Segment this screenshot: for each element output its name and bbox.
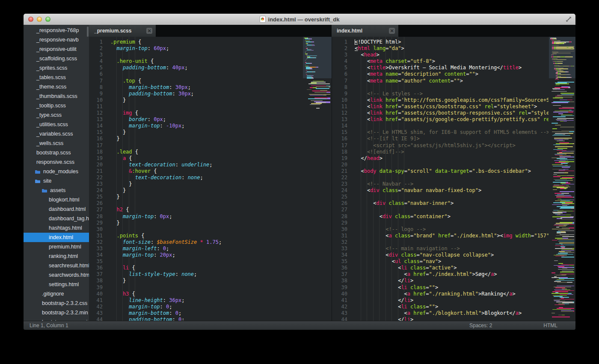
code-line[interactable]: &:hover { bbox=[110, 168, 302, 175]
code-line[interactable] bbox=[110, 284, 302, 291]
code-line[interactable]: <meta name="author" content=""> bbox=[355, 78, 549, 84]
code-line[interactable] bbox=[110, 200, 302, 207]
sidebar-item[interactable]: _type.scss bbox=[24, 110, 89, 120]
minimize-window-button[interactable] bbox=[37, 17, 42, 22]
code-line[interactable]: } bbox=[110, 194, 302, 200]
code-line[interactable]: <a class="brand" href="./index.html"><im… bbox=[355, 233, 549, 239]
code-line[interactable]: <div class="navbar-inner"> bbox=[355, 200, 549, 207]
code-line[interactable]: margin-top: 0px; bbox=[110, 213, 302, 220]
sidebar-item[interactable]: _theme.scss bbox=[24, 82, 89, 92]
sidebar-item[interactable]: dashboard.html bbox=[24, 204, 89, 214]
code-line[interactable]: <li class=""> bbox=[355, 304, 549, 310]
code-line[interactable]: <li class="active"> bbox=[355, 265, 549, 271]
zoom-window-button[interactable] bbox=[45, 17, 50, 22]
code-line[interactable] bbox=[110, 71, 302, 77]
code-line[interactable]: li { bbox=[110, 265, 302, 271]
code-line[interactable]: <a href="./index.html">Søg</a> bbox=[355, 271, 549, 278]
sidebar-item[interactable]: _variables.scss bbox=[24, 129, 89, 139]
code-line[interactable]: .top { bbox=[110, 78, 302, 84]
code-line[interactable] bbox=[110, 142, 302, 149]
code-line[interactable]: <!-- logo --> bbox=[355, 226, 549, 233]
code-line[interactable]: <div class="container"> bbox=[355, 213, 549, 220]
sidebar-item[interactable]: hashtags.html bbox=[24, 223, 89, 233]
code-line[interactable]: <link href='http://fonts.googleapis.com/… bbox=[355, 97, 549, 104]
sidebar-item[interactable]: searchwords.html bbox=[24, 270, 89, 280]
code-line[interactable]: <head> bbox=[355, 52, 549, 58]
code-line[interactable]: margin-bottom: 30px; bbox=[110, 84, 302, 91]
code-line[interactable]: <script src="assets/js/html5shiv.js"></s… bbox=[355, 142, 549, 149]
code-line[interactable]: <div class="navbar navbar-fixed-top"> bbox=[355, 187, 549, 194]
code-line[interactable] bbox=[355, 162, 549, 168]
code-line[interactable]: h3 { bbox=[110, 291, 302, 297]
code-line[interactable]: .lead { bbox=[110, 149, 302, 155]
code-line[interactable]: .points { bbox=[110, 233, 302, 239]
sidebar-item[interactable]: _sprites.scss bbox=[24, 63, 89, 73]
code-line[interactable]: <html lang="da"> bbox=[355, 45, 549, 52]
code-line[interactable]: <a href="./ranking.html">Ranking</a> bbox=[355, 291, 549, 297]
tab-premium-scss[interactable]: _premium.scss ✕ bbox=[89, 25, 156, 37]
code-line[interactable] bbox=[110, 226, 302, 233]
sidebar-item[interactable]: responsive.scss bbox=[24, 157, 89, 167]
sidebar-item[interactable]: _responsive-navb bbox=[24, 35, 89, 44]
sidebar-item[interactable]: site bbox=[24, 176, 89, 186]
sidebar-item[interactable]: bootstrap_responsiv bbox=[24, 317, 89, 321]
code-line[interactable]: <meta name="description" content=""> bbox=[355, 71, 549, 77]
code-line[interactable]: <![endif]--> bbox=[355, 149, 549, 155]
sidebar-item[interactable]: _thumbnails.scss bbox=[24, 92, 89, 101]
code-line[interactable]: } bbox=[110, 129, 302, 136]
code-line[interactable] bbox=[355, 220, 549, 226]
code-line[interactable]: </li> bbox=[355, 297, 549, 304]
code-line[interactable] bbox=[355, 194, 549, 200]
code-line[interactable]: </head> bbox=[355, 155, 549, 162]
code-line[interactable]: text-decoration: underline; bbox=[110, 162, 302, 168]
code-line[interactable]: .hero-unit { bbox=[110, 58, 302, 65]
code-line[interactable]: </li> bbox=[355, 317, 549, 321]
sidebar-item[interactable]: _tables.scss bbox=[24, 73, 89, 82]
code-line[interactable]: margin-top: -10px; bbox=[110, 123, 302, 129]
code-line[interactable] bbox=[110, 258, 302, 265]
code-line[interactable]: <div class="nav-collapse collapse"> bbox=[355, 252, 549, 258]
code-line[interactable]: margin-top: 60px; bbox=[110, 45, 302, 52]
code-line[interactable]: <!-- Navbar --> bbox=[355, 181, 549, 187]
close-window-button[interactable] bbox=[28, 17, 33, 22]
code-line[interactable]: list-style-type: none; bbox=[110, 271, 302, 278]
code-line[interactable]: } bbox=[110, 181, 302, 187]
sidebar-item[interactable]: bootstrap-2.3.2.min bbox=[24, 308, 89, 317]
sidebar-item[interactable]: _responsive-utilit bbox=[24, 44, 89, 54]
sidebar-item[interactable]: ranking.html bbox=[24, 252, 89, 261]
close-tab-icon[interactable]: ✕ bbox=[389, 28, 395, 34]
syntax-status[interactable]: HTML bbox=[543, 323, 557, 328]
code-line[interactable]: <body data-spy="scroll" data-target=".bs… bbox=[355, 168, 549, 175]
code-line[interactable] bbox=[355, 123, 549, 129]
code-line[interactable]: <link href="assets/css/bootstrap.css" re… bbox=[355, 104, 549, 110]
code-line[interactable]: padding-bottom: 40px; bbox=[110, 65, 302, 71]
code-line[interactable]: <link href="assets/js/google-code-pretti… bbox=[355, 116, 549, 123]
code-line[interactable]: font-size: $baseFontSize * 1.75; bbox=[110, 239, 302, 246]
code-line[interactable]: line-height: 36px; bbox=[110, 297, 302, 304]
code-line[interactable]: .premium { bbox=[110, 39, 302, 45]
code-line[interactable]: <a href="./blogkort.html">Blogkort</a> bbox=[355, 310, 549, 317]
sidebar-item[interactable]: .gitignore bbox=[24, 289, 89, 299]
sidebar-item[interactable]: index.html bbox=[24, 233, 89, 242]
code-line[interactable]: <link href="assets/css/bootstrap-respons… bbox=[355, 110, 549, 116]
code-line[interactable]: <meta charset="utf-8"> bbox=[355, 58, 549, 65]
minimap[interactable] bbox=[303, 37, 332, 321]
code-line[interactable]: margin-bottom: 0; bbox=[110, 310, 302, 317]
code-line[interactable]: padding-bottom: 30px; bbox=[110, 91, 302, 97]
sidebar-item[interactable]: searchresult.html bbox=[24, 261, 89, 270]
sidebar-item[interactable]: dashboard_tag.ht bbox=[24, 214, 89, 223]
code-line[interactable]: <title>Overskrift – Social Media Monteri… bbox=[355, 65, 549, 71]
code-line[interactable]: img { bbox=[110, 110, 302, 116]
code-line[interactable]: } bbox=[110, 278, 302, 284]
code-line[interactable]: } bbox=[110, 97, 302, 104]
code-line[interactable]: <!-- main navigation --> bbox=[355, 246, 549, 252]
sidebar-item[interactable]: _wells.scss bbox=[24, 139, 89, 148]
code-line[interactable]: } bbox=[110, 187, 302, 194]
minimap[interactable] bbox=[549, 37, 575, 321]
code-line[interactable]: margin-top: 20px; bbox=[110, 252, 302, 258]
code-line[interactable]: h2 { bbox=[110, 207, 302, 213]
sidebar-item[interactable]: _tooltip.scss bbox=[24, 101, 89, 110]
sidebar-item[interactable]: _scaffolding.scss bbox=[24, 54, 89, 63]
sidebar-item[interactable]: premium.html bbox=[24, 242, 89, 252]
title-bar[interactable]: index.html — overskrift_dk bbox=[24, 14, 575, 25]
